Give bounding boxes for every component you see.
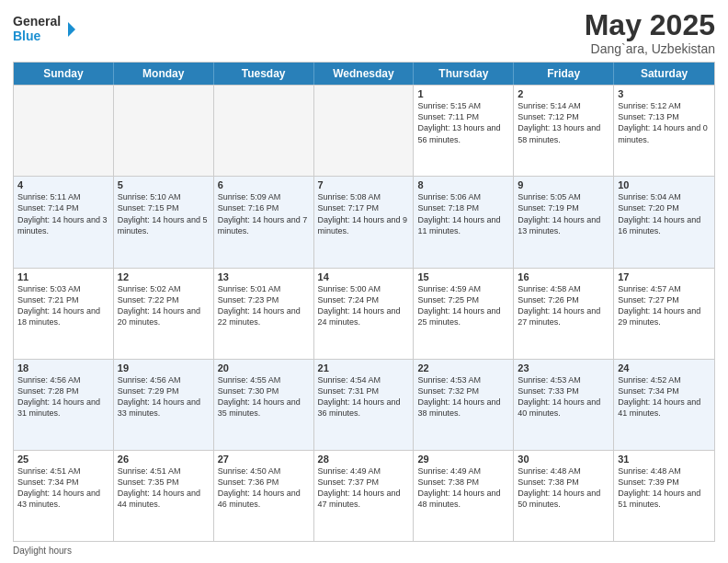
day-info: Sunrise: 5:06 AM Sunset: 7:18 PM Dayligh… — [417, 191, 509, 236]
empty-day-cell — [114, 86, 214, 176]
day-cell: 10Sunrise: 5:04 AM Sunset: 7:20 PM Dayli… — [614, 177, 714, 267]
day-header: Tuesday — [214, 63, 314, 85]
day-number: 3 — [618, 88, 711, 99]
day-number: 8 — [417, 179, 509, 190]
day-number: 17 — [618, 271, 711, 282]
day-info: Sunrise: 4:51 AM Sunset: 7:34 PM Dayligh… — [17, 465, 109, 511]
week-row: 4Sunrise: 5:11 AM Sunset: 7:14 PM Daylig… — [14, 176, 714, 267]
logo-svg: General Blue — [13, 9, 77, 46]
day-number: 23 — [518, 362, 609, 373]
day-header: Monday — [114, 63, 214, 85]
day-info: Sunrise: 4:58 AM Sunset: 7:26 PM Dayligh… — [518, 283, 609, 328]
day-cell: 14Sunrise: 5:00 AM Sunset: 7:24 PM Dayli… — [314, 269, 415, 359]
calendar-body: 1Sunrise: 5:15 AM Sunset: 7:11 PM Daylig… — [14, 85, 714, 541]
svg-text:General: General — [13, 14, 61, 29]
day-headers-row: SundayMondayTuesdayWednesdayThursdayFrid… — [14, 63, 714, 85]
week-row: 25Sunrise: 4:51 AM Sunset: 7:34 PM Dayli… — [14, 450, 714, 541]
day-info: Sunrise: 5:01 AM Sunset: 7:23 PM Dayligh… — [218, 283, 310, 328]
day-number: 11 — [17, 271, 109, 282]
day-number: 6 — [218, 179, 310, 190]
week-row: 11Sunrise: 5:03 AM Sunset: 7:21 PM Dayli… — [14, 268, 714, 359]
day-info: Sunrise: 4:56 AM Sunset: 7:29 PM Dayligh… — [118, 374, 210, 419]
day-info: Sunrise: 4:54 AM Sunset: 7:31 PM Dayligh… — [318, 374, 410, 419]
day-number: 20 — [218, 362, 310, 373]
title-block: May 2025 Dang`ara, Uzbekistan — [585, 9, 715, 56]
day-number: 10 — [618, 179, 711, 190]
day-info: Sunrise: 5:08 AM Sunset: 7:17 PM Dayligh… — [318, 191, 410, 236]
day-info: Sunrise: 4:51 AM Sunset: 7:35 PM Dayligh… — [118, 465, 210, 511]
page: General Blue May 2025 Dang`ara, Uzbekist… — [0, 0, 728, 563]
day-number: 26 — [118, 454, 210, 465]
day-number: 21 — [318, 362, 410, 373]
day-header: Wednesday — [314, 63, 415, 85]
day-info: Sunrise: 4:53 AM Sunset: 7:32 PM Dayligh… — [417, 374, 509, 419]
day-info: Sunrise: 4:49 AM Sunset: 7:37 PM Dayligh… — [318, 465, 410, 511]
day-number: 4 — [17, 179, 109, 190]
day-number: 9 — [518, 179, 609, 190]
day-number: 13 — [218, 271, 310, 282]
day-cell: 6Sunrise: 5:09 AM Sunset: 7:16 PM Daylig… — [214, 177, 314, 267]
day-number: 15 — [417, 271, 509, 282]
day-info: Sunrise: 4:48 AM Sunset: 7:38 PM Dayligh… — [518, 465, 609, 511]
day-cell: 31Sunrise: 4:48 AM Sunset: 7:39 PM Dayli… — [614, 451, 714, 541]
day-info: Sunrise: 5:14 AM Sunset: 7:12 PM Dayligh… — [518, 100, 609, 145]
day-header: Friday — [514, 63, 614, 85]
day-number: 16 — [518, 271, 609, 282]
header: General Blue May 2025 Dang`ara, Uzbekist… — [13, 9, 715, 56]
day-number: 5 — [118, 179, 210, 190]
day-info: Sunrise: 5:05 AM Sunset: 7:19 PM Dayligh… — [518, 191, 609, 236]
day-info: Sunrise: 4:53 AM Sunset: 7:33 PM Dayligh… — [518, 374, 609, 419]
day-info: Sunrise: 4:59 AM Sunset: 7:25 PM Dayligh… — [417, 283, 509, 328]
day-header: Thursday — [414, 63, 514, 85]
calendar: SundayMondayTuesdayWednesdayThursdayFrid… — [13, 62, 715, 542]
day-cell: 22Sunrise: 4:53 AM Sunset: 7:32 PM Dayli… — [414, 360, 514, 450]
day-cell: 27Sunrise: 4:50 AM Sunset: 7:36 PM Dayli… — [214, 451, 314, 541]
day-number: 7 — [318, 179, 410, 190]
footer-note: Daylight hours — [13, 546, 715, 556]
day-number: 18 — [17, 362, 109, 373]
day-cell: 19Sunrise: 4:56 AM Sunset: 7:29 PM Dayli… — [114, 360, 214, 450]
day-cell: 2Sunrise: 5:14 AM Sunset: 7:12 PM Daylig… — [514, 86, 614, 176]
empty-day-cell — [14, 86, 114, 176]
empty-day-cell — [314, 86, 415, 176]
day-info: Sunrise: 5:11 AM Sunset: 7:14 PM Dayligh… — [17, 191, 109, 236]
day-number: 14 — [318, 271, 410, 282]
empty-day-cell — [214, 86, 314, 176]
day-number: 25 — [17, 454, 109, 465]
day-cell: 13Sunrise: 5:01 AM Sunset: 7:23 PM Dayli… — [214, 269, 314, 359]
day-cell: 20Sunrise: 4:55 AM Sunset: 7:30 PM Dayli… — [214, 360, 314, 450]
day-number: 30 — [518, 454, 609, 465]
day-info: Sunrise: 4:49 AM Sunset: 7:38 PM Dayligh… — [417, 465, 509, 511]
day-cell: 30Sunrise: 4:48 AM Sunset: 7:38 PM Dayli… — [514, 451, 614, 541]
day-cell: 21Sunrise: 4:54 AM Sunset: 7:31 PM Dayli… — [314, 360, 415, 450]
day-cell: 1Sunrise: 5:15 AM Sunset: 7:11 PM Daylig… — [414, 86, 514, 176]
svg-marker-2 — [68, 22, 75, 37]
location: Dang`ara, Uzbekistan — [585, 41, 715, 56]
day-cell: 7Sunrise: 5:08 AM Sunset: 7:17 PM Daylig… — [314, 177, 415, 267]
day-cell: 4Sunrise: 5:11 AM Sunset: 7:14 PM Daylig… — [14, 177, 114, 267]
day-info: Sunrise: 4:56 AM Sunset: 7:28 PM Dayligh… — [17, 374, 109, 419]
logo: General Blue — [13, 9, 77, 46]
day-cell: 23Sunrise: 4:53 AM Sunset: 7:33 PM Dayli… — [514, 360, 614, 450]
day-cell: 12Sunrise: 5:02 AM Sunset: 7:22 PM Dayli… — [114, 269, 214, 359]
day-cell: 11Sunrise: 5:03 AM Sunset: 7:21 PM Dayli… — [14, 269, 114, 359]
day-cell: 5Sunrise: 5:10 AM Sunset: 7:15 PM Daylig… — [114, 177, 214, 267]
week-row: 18Sunrise: 4:56 AM Sunset: 7:28 PM Dayli… — [14, 359, 714, 450]
month-title: May 2025 — [585, 9, 715, 41]
day-cell: 17Sunrise: 4:57 AM Sunset: 7:27 PM Dayli… — [614, 269, 714, 359]
day-number: 27 — [218, 454, 310, 465]
week-row: 1Sunrise: 5:15 AM Sunset: 7:11 PM Daylig… — [14, 85, 714, 176]
svg-text:Blue: Blue — [13, 29, 41, 43]
day-info: Sunrise: 5:15 AM Sunset: 7:11 PM Dayligh… — [417, 100, 509, 145]
day-info: Sunrise: 5:12 AM Sunset: 7:13 PM Dayligh… — [618, 100, 711, 145]
day-info: Sunrise: 4:52 AM Sunset: 7:34 PM Dayligh… — [618, 374, 711, 419]
day-number: 29 — [417, 454, 509, 465]
day-info: Sunrise: 4:57 AM Sunset: 7:27 PM Dayligh… — [618, 283, 711, 328]
day-info: Sunrise: 4:48 AM Sunset: 7:39 PM Dayligh… — [618, 465, 711, 511]
day-cell: 16Sunrise: 4:58 AM Sunset: 7:26 PM Dayli… — [514, 269, 614, 359]
day-info: Sunrise: 4:55 AM Sunset: 7:30 PM Dayligh… — [218, 374, 310, 419]
day-cell: 8Sunrise: 5:06 AM Sunset: 7:18 PM Daylig… — [414, 177, 514, 267]
day-info: Sunrise: 5:02 AM Sunset: 7:22 PM Dayligh… — [118, 283, 210, 328]
day-cell: 28Sunrise: 4:49 AM Sunset: 7:37 PM Dayli… — [314, 451, 415, 541]
day-number: 24 — [618, 362, 711, 373]
